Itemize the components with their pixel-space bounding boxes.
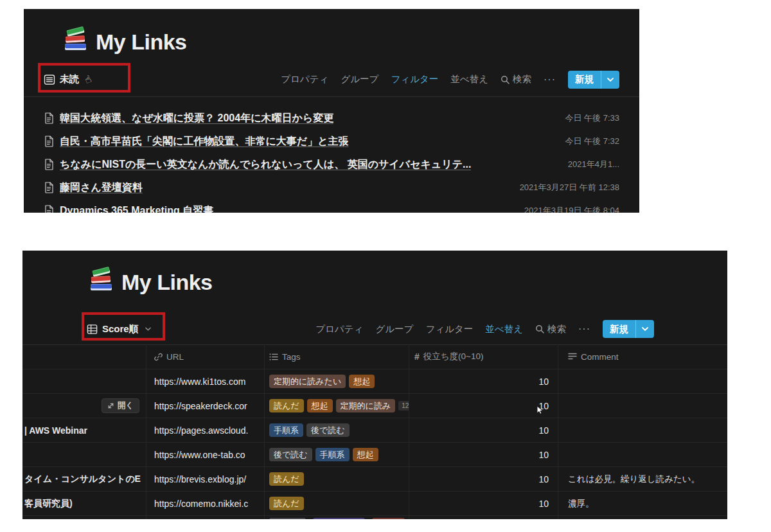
new-button[interactable]: 新規 bbox=[603, 320, 654, 338]
table-header-url[interactable]: URL bbox=[146, 344, 264, 369]
title-cell[interactable]: 開く bbox=[22, 394, 146, 418]
url-value[interactable]: https://www.ki1tos.com bbox=[154, 377, 245, 387]
toolbar-group[interactable]: グループ bbox=[375, 323, 413, 335]
url-cell[interactable]: https://www.ki1tos.com bbox=[146, 369, 264, 393]
title-value[interactable]: タイム・コンサルタントのE bbox=[24, 474, 141, 485]
tags-cell[interactable]: 手順系 後で読む bbox=[264, 418, 409, 442]
toolbar-sort[interactable]: 並べ替え bbox=[485, 323, 523, 335]
tags-cell[interactable]: 後で読む 手順系 想起 bbox=[264, 443, 409, 466]
tags-cell[interactable]: 読んだ bbox=[264, 492, 409, 515]
title-cell[interactable]: | AWS Webinar bbox=[22, 418, 146, 442]
tag[interactable]: 読んだ bbox=[269, 497, 304, 511]
tag[interactable]: 想起 bbox=[307, 399, 333, 413]
toolbar-more[interactable]: ··· bbox=[578, 323, 590, 335]
score-cell[interactable]: 10 bbox=[409, 443, 558, 466]
table-header-row: URL Tags # 役立ち度(0~10) Comment bbox=[22, 344, 727, 369]
new-button-label: 新規 bbox=[568, 73, 601, 85]
list-item[interactable]: ちなみにNISTの長ーい英文なんか読んでられないって人は、 英国のサイバセキュリ… bbox=[44, 153, 619, 176]
toolbar-more[interactable]: ··· bbox=[544, 74, 556, 85]
list-item[interactable]: 藤岡さん登壇資料 2021年3月27日 午前 12:38 bbox=[44, 176, 619, 199]
title-cell[interactable] bbox=[22, 369, 146, 393]
tag[interactable]: 想起 bbox=[353, 448, 378, 462]
page-title: My Links bbox=[96, 30, 186, 54]
table-header-tags[interactable]: Tags bbox=[264, 344, 409, 369]
page-link-title[interactable]: Dynamics 365 Marketing 自習書 bbox=[60, 204, 213, 213]
title-value[interactable]: | AWS Webinar bbox=[24, 425, 87, 436]
page-link-title[interactable]: ちなみにNISTの長ーい英文なんか読んでられないって人は、 英国のサイバセキュリ… bbox=[60, 158, 471, 172]
score-cell[interactable]: 10 bbox=[409, 369, 558, 393]
tag[interactable]: 手順系 bbox=[315, 448, 350, 462]
chevron-down-icon[interactable] bbox=[601, 78, 619, 82]
title-cell[interactable] bbox=[22, 443, 146, 466]
toolbar-search-label: 検索 bbox=[513, 73, 531, 85]
toolbar-properties[interactable]: プロパティ bbox=[281, 73, 328, 85]
url-value[interactable]: https://comemo.nikkei.c bbox=[154, 499, 248, 509]
multi-select-icon bbox=[269, 353, 278, 361]
tag[interactable]: 定期的に読み bbox=[336, 399, 396, 413]
view-tab-score-order[interactable]: Score順 bbox=[87, 323, 151, 335]
tag[interactable]: 後で読む bbox=[306, 423, 350, 438]
toolbar-search[interactable]: 検索 bbox=[535, 323, 566, 335]
list-item[interactable]: 韓国大統領選、なぜ水曜に投票？ 2004年に木曜日から変更 今日 午後 7:33 bbox=[44, 107, 619, 130]
comment-cell[interactable] bbox=[558, 443, 727, 466]
tags-cell[interactable]: 読んだ bbox=[264, 467, 409, 491]
url-value[interactable]: https://www.one-tab.co bbox=[154, 450, 245, 460]
comment-cell[interactable]: これは必見。繰り返し読みたい。 bbox=[558, 467, 727, 491]
table-header-score[interactable]: # 役立ち度(0~10) bbox=[409, 344, 558, 369]
comment-cell[interactable] bbox=[558, 369, 727, 393]
toolbar-divider bbox=[24, 96, 639, 97]
toolbar-group[interactable]: グループ bbox=[341, 73, 378, 85]
comment-cell[interactable]: 濃厚。 bbox=[558, 492, 727, 515]
url-cell[interactable]: https://comemo.nikkei.c bbox=[146, 492, 264, 515]
url-cell[interactable]: https://brevis.exblog.jp/ bbox=[146, 467, 264, 491]
url-value[interactable]: https://pages.awscloud. bbox=[154, 425, 248, 436]
page-link-title[interactable]: 藤岡さん登壇資料 bbox=[60, 181, 143, 195]
page-icon bbox=[44, 182, 54, 193]
books-emoji-icon bbox=[89, 267, 114, 294]
score-value: 10 bbox=[538, 450, 549, 460]
toolbar-filter[interactable]: フィルター bbox=[425, 323, 473, 335]
tag[interactable]: 定期的に読みたい bbox=[269, 375, 346, 389]
page-link-title[interactable]: 韓国大統領選、なぜ水曜に投票？ 2004年に木曜日から変更 bbox=[60, 112, 333, 125]
tag[interactable]: 読んだ bbox=[269, 472, 304, 486]
url-cell[interactable]: https://pages.awscloud. bbox=[146, 418, 264, 442]
column-label: URL bbox=[166, 352, 184, 362]
tag[interactable]: 手順系 bbox=[269, 423, 303, 438]
score-cell[interactable]: 10 bbox=[409, 394, 558, 418]
url-cell[interactable]: https://speakerdeck.cor bbox=[146, 394, 264, 418]
title-cell[interactable]: 客員研究員) bbox=[22, 492, 146, 515]
tags-cell[interactable]: 定期的に読みたい 想起 bbox=[264, 369, 409, 393]
score-cell[interactable]: 10 bbox=[409, 418, 558, 442]
open-page-button[interactable]: 開く bbox=[102, 398, 139, 413]
tags-cell[interactable]: 読んだ 想起 定期的に読み 123 bbox=[264, 394, 409, 418]
title-cell[interactable]: タイム・コンサルタントのE bbox=[22, 467, 146, 491]
view-toolbar-row: 未読 ☝ プロパティ グループ フィルター 並べ替え 検索 ··· 新規 bbox=[44, 65, 619, 94]
page-link-title[interactable]: 自民・高市早苗氏「尖閣に工作物設置、非常に大事だ」と主張 bbox=[60, 135, 349, 148]
url-cell[interactable]: https://www.one-tab.co bbox=[146, 443, 264, 466]
view-tab-unread[interactable]: 未読 ☝ bbox=[44, 73, 91, 85]
comment-cell[interactable] bbox=[558, 394, 727, 418]
new-button[interactable]: 新規 bbox=[568, 71, 619, 89]
toolbar-filter[interactable]: フィルター bbox=[391, 73, 438, 85]
tag[interactable]: 読んだ bbox=[269, 399, 304, 413]
toolbar-sort[interactable]: 並べ替え bbox=[450, 73, 488, 85]
tag[interactable]: 後で読む bbox=[269, 448, 312, 462]
comment-cell[interactable] bbox=[558, 418, 727, 442]
list-item[interactable]: Dynamics 365 Marketing 自習書 2021年3月19日 午後… bbox=[44, 199, 619, 213]
table-row: https://www.one-tab.co 後で読む 手順系 想起 10 bbox=[22, 442, 727, 466]
bottom-toolbar: プロパティ グループ フィルター 並べ替え 検索 ··· 新規 bbox=[315, 320, 654, 338]
title-value[interactable]: 客員研究員) bbox=[24, 498, 73, 510]
url-value[interactable]: https://speakerdeck.cor bbox=[154, 401, 247, 411]
tag[interactable]: 想起 bbox=[349, 375, 375, 389]
toolbar-search[interactable]: 検索 bbox=[501, 73, 531, 85]
chevron-down-icon[interactable] bbox=[636, 327, 654, 331]
toolbar-properties[interactable]: プロパティ bbox=[315, 323, 363, 335]
url-value[interactable]: https://brevis.exblog.jp/ bbox=[154, 474, 246, 484]
table-row: 開く https://speakerdeck.cor 読んだ 想起 定期的に読み… bbox=[22, 393, 727, 418]
toolbar-search-label: 検索 bbox=[547, 323, 566, 335]
list-item[interactable]: 自民・高市早苗氏「尖閣に工作物設置、非常に大事だ」と主張 今日 午後 7:32 bbox=[44, 130, 619, 153]
score-cell[interactable]: 10 bbox=[409, 492, 558, 515]
score-cell[interactable]: 10 bbox=[409, 467, 558, 491]
table-header-comment[interactable]: Comment bbox=[558, 344, 727, 369]
table-row: | AWS Webinar https://pages.awscloud. 手順… bbox=[22, 418, 727, 442]
